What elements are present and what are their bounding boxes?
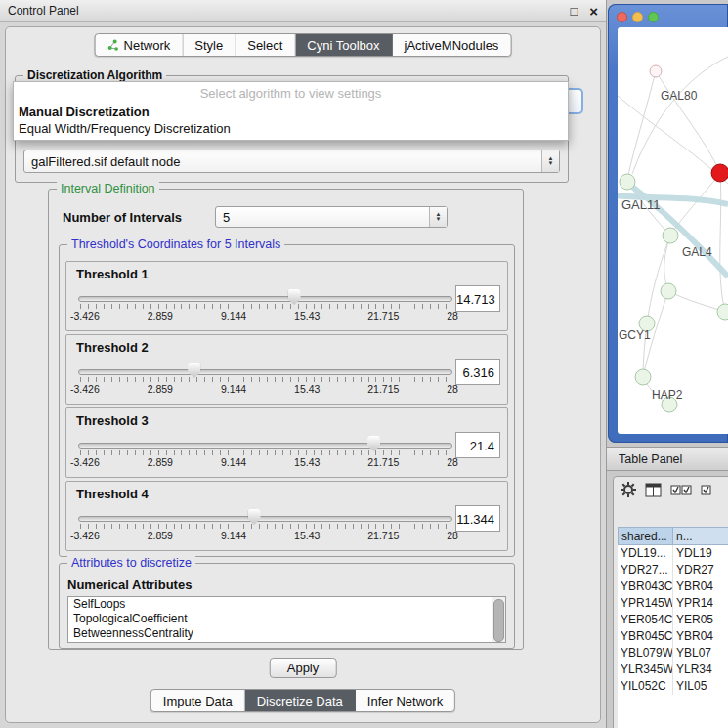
zoom-traffic-light[interactable]	[648, 12, 659, 22]
tick-label: -3.426	[70, 456, 100, 468]
list-scrollbar[interactable]	[492, 597, 505, 642]
list-item-topologicalcoefficient[interactable]: TopologicalCoefficient	[68, 612, 505, 626]
slider-thumb[interactable]	[188, 363, 200, 378]
control-panel-tabs: Network Style Select Cyni Toolbox jActiv…	[95, 33, 512, 57]
tab-discretize-data[interactable]: Discretize Data	[245, 690, 356, 711]
table-row[interactable]: YIL052CYIL05	[618, 678, 728, 695]
attributes-group: Attributes to discretize Numerical Attri…	[59, 563, 515, 649]
cell-shared[interactable]: YBR045C	[618, 628, 673, 645]
cell-shared[interactable]: YPR145W	[618, 595, 673, 612]
stepper-arrows-icon[interactable]: ▲▼	[541, 150, 559, 172]
tab-cyni-toolbox-label: Cyni Toolbox	[307, 38, 379, 53]
cell-name[interactable]: YDL19	[673, 545, 728, 562]
network-node[interactable]	[717, 304, 728, 320]
slider-thumb[interactable]	[288, 289, 301, 305]
cell-name[interactable]: YER05	[673, 612, 728, 628]
cell-name[interactable]: YBR04	[673, 578, 728, 595]
scrollbar-thumb[interactable]	[493, 599, 504, 642]
network-node[interactable]	[635, 369, 651, 385]
tick-label: 21.715	[367, 383, 399, 395]
network-node-highlighted[interactable]	[711, 164, 728, 182]
cell-shared[interactable]: YER054C	[618, 612, 673, 628]
float-window-icon[interactable]: □	[570, 5, 578, 18]
tab-select[interactable]: Select	[236, 34, 295, 56]
network-node[interactable]	[661, 283, 676, 299]
cell-shared[interactable]: YLR345W	[618, 662, 673, 678]
tab-impute-data[interactable]: Impute Data	[151, 690, 245, 711]
option-equal-width-frequency[interactable]: Equal Width/Frequency Discretization	[14, 120, 568, 140]
list-item-betweennesscentrality[interactable]: BetweennessCentrality	[68, 626, 505, 641]
network-canvas[interactable]: GAL80 GAL11 GAL4 GCY1 HAP2	[618, 27, 728, 434]
slider-thumb[interactable]	[248, 509, 261, 525]
threshold-3-title: Threshold 3	[76, 413, 149, 428]
table-row[interactable]: YBR045CYBR04	[618, 628, 728, 645]
table-row[interactable]: YDR27...YDR27	[618, 562, 728, 578]
columns-icon[interactable]	[645, 483, 662, 497]
table-row[interactable]: YBR043CYBR04	[618, 578, 728, 595]
threshold-2-value[interactable]: 6.316	[455, 359, 500, 385]
network-node[interactable]	[620, 174, 635, 190]
cell-shared[interactable]: YBL079W	[618, 645, 673, 662]
cell-shared[interactable]: YDL19...	[618, 545, 673, 562]
tick-label: 9.144	[221, 530, 246, 541]
slider-ticks	[80, 304, 450, 309]
node-label-gal4: GAL4	[682, 245, 712, 259]
option-manual-discretization[interactable]: Manual Discretization	[14, 104, 568, 120]
stepper-arrows-icon[interactable]: ▲▼	[429, 207, 447, 227]
tick-label: 15.43	[294, 530, 320, 541]
cell-name[interactable]: YBR04	[673, 628, 728, 645]
network-node[interactable]	[663, 228, 678, 243]
cell-name[interactable]: YDR27	[673, 562, 728, 578]
tab-jactivemodules[interactable]: jActiveMNodules	[393, 34, 511, 56]
cell-shared[interactable]: YBR043C	[618, 578, 673, 595]
number-of-intervals-value: 5	[223, 210, 230, 225]
apply-button[interactable]: Apply	[270, 658, 337, 678]
slider-track[interactable]	[78, 516, 452, 522]
cell-name[interactable]: YPR14	[673, 595, 728, 612]
threshold-3-value[interactable]: 21.4	[455, 432, 500, 458]
slider-ticks	[80, 450, 450, 455]
select-column-checkbox-icon[interactable]	[701, 484, 711, 496]
close-traffic-light[interactable]	[617, 12, 627, 22]
table-row[interactable]: YER054CYER05	[618, 612, 728, 628]
attributes-group-label: Attributes to discretize	[67, 556, 195, 570]
table-row[interactable]: YPR145WYPR14	[618, 595, 728, 612]
select-all-checkboxes-icon[interactable]	[670, 484, 692, 496]
algorithm-group-label: Discretization Algorithm	[23, 68, 166, 82]
tab-cyni-toolbox[interactable]: Cyni Toolbox	[295, 34, 392, 56]
list-item-selfloops[interactable]: SelfLoops	[68, 597, 505, 612]
threshold-2-slider[interactable]: -3.426 2.859 9.144 15.43 21.715 28	[78, 363, 452, 400]
cell-name[interactable]: YLR34	[673, 662, 728, 678]
tab-infer-network[interactable]: Infer Network	[356, 690, 454, 711]
threshold-4-value[interactable]: 11.344	[455, 505, 500, 532]
network-node[interactable]	[650, 65, 662, 77]
threshold-3-slider[interactable]: -3.426 2.859 9.144 15.43 21.715 28	[78, 436, 452, 473]
cell-name[interactable]: YIL05	[673, 678, 728, 695]
table-row[interactable]: YDL19...YDL19	[618, 545, 728, 562]
tab-network[interactable]: Network	[96, 34, 184, 56]
cell-shared[interactable]: YDR27...	[618, 562, 673, 578]
slider-track[interactable]	[78, 443, 452, 449]
column-header-name[interactable]: n...	[673, 527, 728, 545]
table-row[interactable]: YLR345WYLR34	[618, 662, 728, 678]
threshold-1-slider[interactable]: -3.426 2.859 9.144 15.43 21.715 28	[78, 289, 452, 326]
threshold-4-slider[interactable]: -3.426 2.859 9.144 15.43 21.715 28	[78, 509, 452, 546]
slider-track[interactable]	[78, 369, 452, 375]
tab-style[interactable]: Style	[183, 34, 236, 56]
tick-label: -3.426	[70, 310, 100, 321]
slider-track[interactable]	[78, 296, 452, 302]
close-icon[interactable]: ×	[589, 5, 598, 18]
threshold-1-value[interactable]: 14.713	[455, 285, 500, 312]
gear-icon[interactable]	[621, 482, 636, 497]
slider-thumb[interactable]	[367, 436, 380, 451]
threshold-2-box: Threshold 2 -3.426 2.859 9.144 15.43 21.…	[65, 334, 508, 405]
cell-shared[interactable]: YIL052C	[618, 678, 673, 695]
cell-name[interactable]: YBL07	[673, 645, 728, 662]
column-header-shared-name[interactable]: shared...	[618, 527, 673, 545]
table-row[interactable]: YBL079WYBL07	[618, 645, 728, 662]
table-data-combo[interactable]: galFiltered.sif default node ▲▼	[23, 150, 560, 173]
table-panel-titlebar[interactable]: Table Panel	[607, 447, 728, 471]
slider-ticks	[80, 524, 450, 529]
minimize-traffic-light[interactable]	[632, 12, 643, 22]
number-of-intervals-combo[interactable]: 5 ▲▼	[215, 206, 448, 228]
